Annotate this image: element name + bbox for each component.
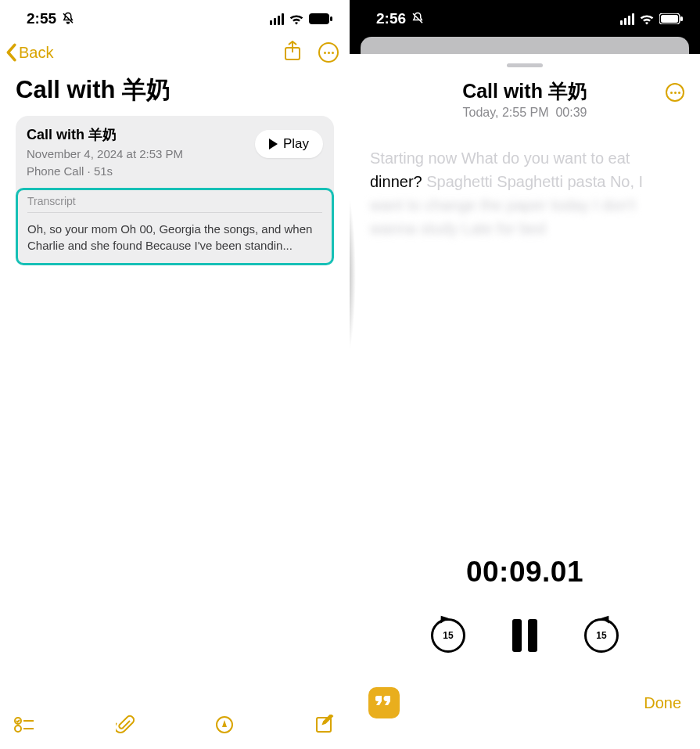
player-sheet: Call with 羊奶 Today, 2:55 PM 00:39 Starti… <box>350 54 700 745</box>
pause-icon <box>528 619 537 652</box>
page-title: Call with 羊奶 <box>0 69 350 116</box>
share-icon[interactable] <box>284 41 301 64</box>
chevron-left-icon <box>5 43 17 62</box>
transcript-preview: Oh, so your mom Oh 00, Georgia the songs… <box>27 221 322 254</box>
nav-bar: Back <box>0 38 350 69</box>
pause-button[interactable] <box>512 619 537 652</box>
transcript-upcoming: want to change the paper today I don't w… <box>370 193 680 240</box>
skip-back-label: 15 <box>443 630 453 641</box>
attachment-icon[interactable] <box>116 715 135 735</box>
transcript-line: Starting now What do you want to eat <box>370 149 630 167</box>
transcript-current-word: dinner? <box>370 173 422 190</box>
call-recording-card[interactable]: Call with 羊奶 November 4, 2024 at 2:53 PM… <box>16 116 334 265</box>
play-icon <box>269 139 278 149</box>
compose-icon[interactable] <box>315 715 336 735</box>
back-label: Back <box>19 44 53 62</box>
notes-app-screen: 2:55 Back <box>0 0 350 749</box>
quote-button[interactable] <box>368 687 400 718</box>
live-transcript[interactable]: Starting now What do you want to eat din… <box>350 120 700 240</box>
wifi-icon <box>289 13 304 25</box>
svg-rect-11 <box>680 16 683 21</box>
skip-back-button[interactable]: 15 <box>431 618 465 653</box>
checklist-icon[interactable] <box>14 716 34 733</box>
silent-icon <box>411 12 425 26</box>
more-icon[interactable] <box>318 42 339 63</box>
signal-icon <box>620 13 634 25</box>
elapsed-time: 00:09.01 <box>350 556 700 589</box>
play-label: Play <box>283 136 309 152</box>
status-bar: 2:55 <box>0 0 350 38</box>
player-title: Call with 羊奶 <box>365 78 684 104</box>
status-time: 2:55 <box>27 10 56 27</box>
transcript-panel[interactable]: Transcript Oh, so your mom Oh 00, Georgi… <box>16 188 334 265</box>
quote-icon <box>375 696 393 710</box>
playback-controls: 15 15 <box>350 618 700 653</box>
player-subtitle: Today, 2:55 PM 00:39 <box>365 106 684 120</box>
svg-rect-0 <box>309 13 329 24</box>
back-button[interactable]: Back <box>5 43 53 62</box>
more-icon[interactable] <box>666 83 684 102</box>
battery-icon <box>659 13 683 24</box>
transcript-label: Transcript <box>27 195 322 213</box>
card-date: November 4, 2024 at 2:53 PM <box>27 146 183 163</box>
card-meta: Phone Call · 51s <box>27 163 183 180</box>
skip-forward-button[interactable]: 15 <box>584 618 619 653</box>
transcript-line: Spaghetti Spaghetti pasta No, I <box>422 173 643 190</box>
skip-fwd-label: 15 <box>596 630 606 641</box>
pause-icon <box>512 619 522 652</box>
signal-icon <box>270 13 284 25</box>
wifi-icon <box>639 13 655 25</box>
status-time: 2:56 <box>376 10 406 27</box>
card-title: Call with 羊奶 <box>27 125 183 144</box>
battery-icon <box>309 13 332 24</box>
bottom-toolbar <box>0 700 350 749</box>
status-bar: 2:56 <box>350 0 700 38</box>
done-button[interactable]: Done <box>644 694 681 712</box>
play-button[interactable]: Play <box>255 130 323 158</box>
sheet-handle[interactable] <box>507 63 543 67</box>
edge-shadow <box>350 189 356 361</box>
svg-point-5 <box>15 726 21 732</box>
svg-rect-1 <box>330 16 332 21</box>
player-screen: 2:56 Phone Call with 羊奶 <box>350 0 700 749</box>
svg-rect-10 <box>661 15 678 23</box>
markup-icon[interactable] <box>215 715 234 734</box>
silent-icon <box>61 12 75 26</box>
